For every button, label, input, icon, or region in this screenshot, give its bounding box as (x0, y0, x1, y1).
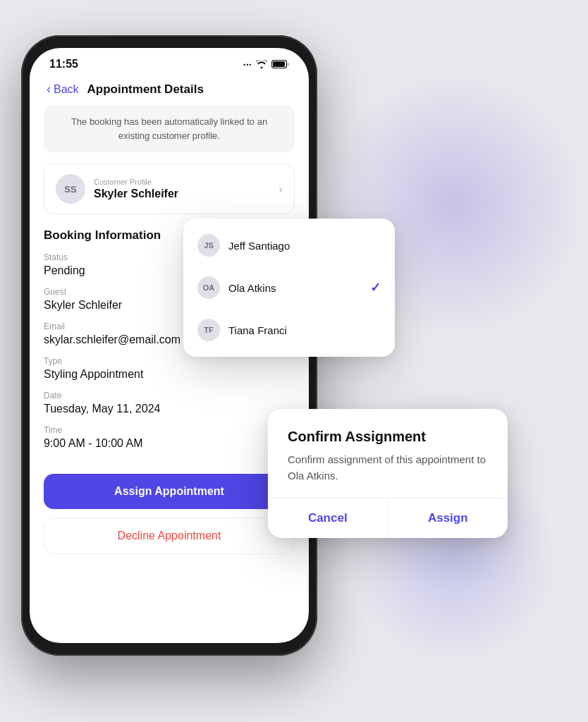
wifi-icon (256, 59, 267, 71)
banner-text: The booking has been automatically linke… (71, 116, 267, 141)
jeff-avatar: JS (197, 234, 220, 257)
confirm-actions: Cancel Assign (268, 498, 508, 538)
confirm-dialog: Confirm Assignment Confirm assignment of… (268, 409, 508, 538)
cancel-button[interactable]: Cancel (268, 498, 388, 538)
date-field: Date Tuesday, May 11, 2024 (44, 391, 295, 415)
time-field: Time 9:00 AM - 10:00 AM (44, 425, 295, 450)
status-bar: 11:55 ··· (30, 48, 309, 76)
confirm-content: Confirm Assignment Confirm assignment of… (268, 409, 508, 498)
customer-chevron-icon: › (278, 182, 283, 197)
page-title: Appointment Details (87, 82, 204, 97)
tiana-avatar: TF (197, 319, 220, 341)
status-icons: ··· (243, 59, 289, 71)
tiana-name: Tiana Franci (228, 324, 381, 336)
customer-info: Customer Profile Skyler Schleifer (94, 178, 178, 200)
date-label: Date (44, 391, 295, 400)
customer-name: Skyler Schleifer (94, 188, 178, 200)
ola-name: Ola Atkins (228, 282, 362, 294)
staff-dropdown: JS Jeff Santiago OA Ola Atkins ✓ TF Tian… (183, 219, 395, 357)
customer-avatar: SS (56, 174, 85, 204)
jeff-name: Jeff Santiago (228, 240, 381, 252)
confirm-text: Confirm assignment of this appointment t… (288, 452, 488, 484)
customer-card[interactable]: SS Customer Profile Skyler Schleifer › (44, 164, 295, 214)
date-value: Tuesday, May 11, 2024 (44, 403, 295, 415)
customer-left: SS Customer Profile Skyler Schleifer (56, 174, 178, 204)
type-value: Styling Appointment (44, 368, 295, 381)
assign-appointment-button[interactable]: Assign Appointment (44, 474, 295, 509)
info-banner: The booking has been automatically linke… (44, 105, 295, 152)
back-label: Back (54, 83, 79, 96)
assign-button[interactable]: Assign (388, 498, 508, 538)
dropdown-item-ola[interactable]: OA Ola Atkins ✓ (183, 267, 395, 309)
dropdown-item-tiana[interactable]: TF Tiana Franci (183, 309, 395, 351)
type-field: Type Styling Appointment (44, 356, 295, 381)
svg-rect-1 (273, 61, 285, 67)
time-label: Time (44, 425, 295, 435)
scene: 11:55 ··· (0, 0, 588, 722)
status-time: 11:55 (49, 58, 78, 71)
dots-icon: ··· (243, 59, 252, 71)
battery-icon (271, 59, 289, 71)
selected-checkmark-icon: ✓ (370, 280, 381, 295)
ola-avatar: OA (197, 276, 220, 299)
type-label: Type (44, 356, 295, 366)
decline-appointment-button[interactable]: Decline Appointment (44, 518, 295, 554)
back-button[interactable]: ‹ Back (47, 82, 79, 97)
confirm-title: Confirm Assignment (288, 429, 488, 445)
customer-profile-label: Customer Profile (94, 178, 178, 186)
time-value: 9:00 AM - 10:00 AM (44, 437, 295, 450)
back-chevron-icon: ‹ (47, 82, 51, 97)
nav-bar: ‹ Back Appointment Details (30, 76, 309, 105)
dropdown-item-jeff[interactable]: JS Jeff Santiago (183, 224, 395, 267)
